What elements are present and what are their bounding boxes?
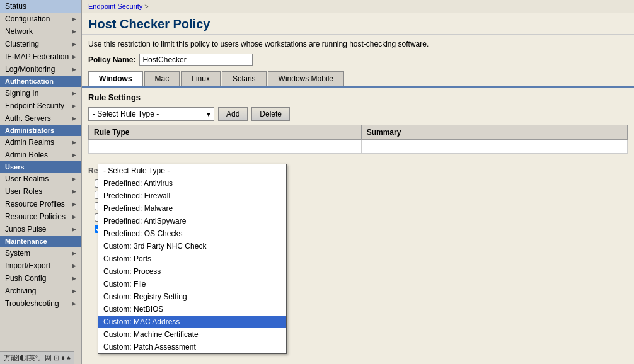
dropdown-item[interactable]: Custom: Registry Setting <box>98 290 286 303</box>
sidebar-item-label: Log/Monitoring <box>5 65 55 74</box>
col-summary: Summary <box>361 125 627 140</box>
dropdown-item[interactable]: Custom: File <box>98 278 286 290</box>
dropdown-item[interactable]: Predefined: Malware <box>98 202 286 215</box>
sidebar-item-label: Resource Policies <box>5 212 66 221</box>
sidebar-item-label: User Realms <box>5 174 49 183</box>
page-title: Host Checker Policy <box>82 13 634 35</box>
sidebar-item-label: Configuration <box>5 14 50 23</box>
sidebar-item-log-monitoring[interactable]: Log/Monitoring▶ <box>0 63 81 76</box>
sidebar-item-configuration[interactable]: Configuration▶ <box>0 13 81 25</box>
table-row-empty <box>89 140 628 154</box>
sidebar-item-network[interactable]: Network▶ <box>0 25 81 38</box>
rule-table: Rule Type Summary <box>88 125 628 154</box>
dropdown-item[interactable]: Predefined: Antivirus <box>98 177 286 190</box>
watermark-bar: 万能|◐|英°。网 ⊡ ♦ ♠ <box>0 351 74 364</box>
tab-windows-mobile[interactable]: Windows Mobile <box>268 71 344 86</box>
sidebar: StatusConfiguration▶Network▶Clustering▶I… <box>0 0 82 364</box>
sidebar-header-users: Users <box>0 161 81 173</box>
sidebar-header-maintenance: Maintenance <box>0 236 81 247</box>
dropdown-item[interactable]: Custom: NetBIOS <box>98 303 286 316</box>
sidebar-item-user-roles[interactable]: User Roles▶ <box>0 185 81 198</box>
dropdown-item[interactable]: Custom: 3rd Party NHC Check <box>98 240 286 253</box>
sidebar-item-user-realms[interactable]: User Realms▶ <box>0 173 81 185</box>
sidebar-arrow-icon: ▶ <box>72 275 76 282</box>
sidebar-item-label: Resource Profiles <box>5 200 65 208</box>
rule-controls: - Select Rule Type -Predefined: Antiviru… <box>88 107 628 121</box>
sidebar-item-clustering[interactable]: Clustering▶ <box>0 38 81 50</box>
delete-button[interactable]: Delete <box>251 107 290 121</box>
sidebar-item-push-config[interactable]: Push Config▶ <box>0 272 81 285</box>
sidebar-arrow-icon: ▶ <box>72 188 76 195</box>
sidebar-item-label: Endpoint Security <box>5 101 64 110</box>
sidebar-arrow-icon: ▶ <box>72 263 76 269</box>
dropdown-item[interactable]: Predefined: AntiSpyware <box>98 215 286 227</box>
sidebar-arrow-icon: ▶ <box>72 115 76 122</box>
dropdown-item[interactable]: Custom: Patch Assessment <box>98 341 286 353</box>
sidebar-item-label: Network <box>5 27 33 36</box>
breadcrumb-parent[interactable]: Endpoint Security <box>88 3 142 10</box>
sidebar-item-label: Clustering <box>5 40 39 48</box>
table-cell <box>89 140 362 154</box>
sidebar-arrow-icon: ▶ <box>72 41 76 47</box>
sidebar-item-admin-roles[interactable]: Admin Roles▶ <box>0 149 81 161</box>
sidebar-item-label: Signing In <box>5 89 38 98</box>
sidebar-arrow-icon: ▶ <box>72 300 76 307</box>
sidebar-item-label: User Roles <box>5 187 42 196</box>
dropdown-item[interactable]: Custom: Process <box>98 265 286 278</box>
sidebar-item-troubleshooting[interactable]: Troubleshooting▶ <box>0 297 81 310</box>
sidebar-arrow-icon: ▶ <box>72 139 76 145</box>
sidebar-item-label: Push Config <box>5 274 46 283</box>
sidebar-item-archiving[interactable]: Archiving▶ <box>0 285 81 297</box>
sidebar-item-label: IF-MAP Federation <box>5 52 69 61</box>
dropdown-item[interactable]: Predefined: OS Checks <box>98 227 286 240</box>
sidebar-item-status[interactable]: Status <box>0 0 81 13</box>
sidebar-arrow-icon: ▶ <box>72 152 76 158</box>
breadcrumb: Endpoint Security > <box>82 0 634 13</box>
dropdown-item[interactable]: Custom: Ports <box>98 253 286 265</box>
sidebar-item-if-map-federation[interactable]: IF-MAP Federation▶ <box>0 50 81 63</box>
sidebar-item-label: Auth. Servers <box>5 114 51 123</box>
sidebar-item-admin-realms[interactable]: Admin Realms▶ <box>0 136 81 149</box>
policy-name-input[interactable] <box>139 54 253 66</box>
sidebar-item-label: Import/Export <box>5 261 50 270</box>
dropdown-item[interactable]: Custom: MAC Address <box>98 316 286 328</box>
sidebar-arrow-icon: ▶ <box>72 213 76 220</box>
sidebar-item-junos-pulse[interactable]: Junos Pulse▶ <box>0 223 81 236</box>
os-tabs: WindowsMacLinuxSolarisWindows Mobile <box>82 71 634 88</box>
sidebar-arrow-icon: ▶ <box>72 28 76 35</box>
dropdown-item[interactable]: - Select Rule Type - <box>98 164 286 177</box>
sidebar-arrow-icon: ▶ <box>72 201 76 207</box>
sidebar-item-label: Junos Pulse <box>5 225 46 234</box>
sidebar-item-endpoint-security[interactable]: Endpoint Security▶ <box>0 100 81 112</box>
rule-type-select[interactable]: - Select Rule Type -Predefined: Antiviru… <box>88 107 214 121</box>
tab-windows[interactable]: Windows <box>88 71 143 86</box>
add-button[interactable]: Add <box>218 107 248 121</box>
sidebar-item-label: Admin Roles <box>5 151 48 159</box>
tab-linux[interactable]: Linux <box>181 71 221 86</box>
breadcrumb-separator: > <box>144 3 148 10</box>
rule-settings: Rule Settings - Select Rule Type -Predef… <box>82 88 634 164</box>
sidebar-item-auth.-servers[interactable]: Auth. Servers▶ <box>0 112 81 125</box>
sidebar-item-label: Status <box>5 2 26 11</box>
policy-name-row: Policy Name: <box>82 51 634 71</box>
dropdown-item[interactable]: Predefined: Firewall <box>98 190 286 202</box>
dropdown-list: - Select Rule Type -Predefined: Antiviru… <box>98 164 287 354</box>
sidebar-item-import-export[interactable]: Import/Export▶ <box>0 259 81 272</box>
main-content: Endpoint Security > Host Checker Policy … <box>82 0 634 364</box>
sidebar-arrow-icon: ▶ <box>72 103 76 109</box>
sidebar-item-resource-policies[interactable]: Resource Policies▶ <box>0 210 81 223</box>
tab-mac[interactable]: Mac <box>144 71 180 86</box>
rule-type-dropdown-wrapper: - Select Rule Type -Predefined: Antiviru… <box>88 107 214 121</box>
sidebar-header-authentication: Authentication <box>0 76 81 87</box>
sidebar-header-administrators: Administrators <box>0 125 81 136</box>
sidebar-arrow-icon: ▶ <box>72 288 76 294</box>
sidebar-item-resource-profiles[interactable]: Resource Profiles▶ <box>0 198 81 210</box>
tab-solaris[interactable]: Solaris <box>222 71 267 86</box>
col-rule-type: Rule Type <box>89 125 362 140</box>
sidebar-arrow-icon: ▶ <box>72 16 76 22</box>
dropdown-item[interactable]: Custom: Machine Certificate <box>98 328 286 341</box>
sidebar-item-label: System <box>5 249 30 258</box>
sidebar-item-system[interactable]: System▶ <box>0 247 81 259</box>
sidebar-item-signing-in[interactable]: Signing In▶ <box>0 87 81 100</box>
sidebar-item-label: Admin Realms <box>5 138 54 147</box>
